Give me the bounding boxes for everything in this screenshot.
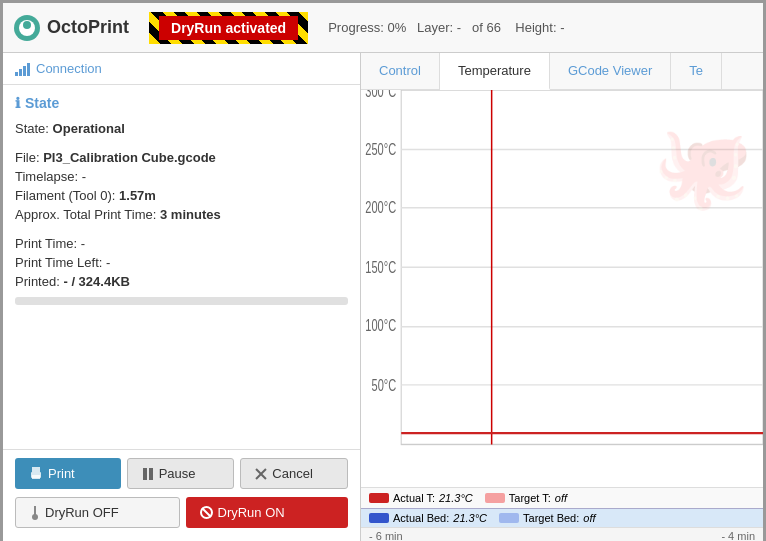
legend-bed-actual-value: 21.3°C [453,512,487,524]
print-button-label: Print [48,466,75,481]
printed-row: Printed: - / 324.4KB [15,274,348,289]
file-label: File: [15,150,40,165]
legend-bed-target-item: Target Bed: off [499,512,596,524]
legend-target-label: Target T: [509,492,551,504]
svg-rect-9 [32,475,40,479]
pause-button-label: Pause [159,466,196,481]
svg-point-15 [32,514,38,520]
svg-line-17 [202,508,211,517]
filament-row: Filament (Tool 0): 1.57m [15,188,348,203]
dryrun-on-button[interactable]: DryRun ON [186,497,349,528]
state-value-label: State: [15,121,49,136]
tab-gcode[interactable]: GCode Viewer [550,53,671,89]
signal-icon [15,62,31,76]
dryrun-on-label: DryRun ON [218,505,285,520]
print-time-value: - [81,236,85,251]
tab-temperature[interactable]: Temperature [440,53,550,90]
svg-rect-5 [23,66,26,76]
filament-label: Filament (Tool 0): [15,188,115,203]
temperature-chart: 300°C 250°C 200°C 150°C 100°C 50°C [361,90,763,487]
svg-text:150°C: 150°C [365,259,396,276]
pause-button[interactable]: Pause [127,458,235,489]
legend-actual-value: 21.3°C [439,492,473,504]
time-label-right: - 4 min [721,530,755,541]
time-label-left: - 6 min [369,530,403,541]
legend-actual-label: Actual T: [393,492,435,504]
svg-text:100°C: 100°C [365,317,396,334]
print-button[interactable]: Print [15,458,121,489]
chart-area: 🐙 300°C 250°C 200°C 150°C 100°C [361,90,763,487]
app-container: OctoPrint DryRun activated Progress: 0% … [0,0,766,541]
svg-rect-6 [27,63,30,76]
buttons-area: Print Pause Cancel [3,449,360,541]
svg-rect-4 [19,69,22,76]
filament-value: 1.57m [119,188,156,203]
progress-text: Progress: 0% [328,20,406,35]
tab-control-label: Control [379,63,421,78]
svg-rect-14 [34,506,36,515]
tab-te[interactable]: Te [671,53,722,89]
of-text: of 66 [472,20,501,35]
right-panel: Control Temperature GCode Viewer Te 🐙 [361,53,763,541]
connection-label: Connection [36,61,102,76]
time-axis: - 6 min - 4 min [361,527,763,541]
printed-value: - / 324.4KB [63,274,129,289]
separator2 [15,226,348,236]
state-section: ℹ State State: Operational File: PI3_Cal… [3,85,360,449]
dryrun-off-button[interactable]: DryRun OFF [15,497,180,528]
tab-control[interactable]: Control [361,53,440,89]
svg-text:250°C: 250°C [365,141,396,158]
connection-link[interactable]: Connection [15,61,348,76]
svg-rect-10 [143,468,147,480]
legend-target-item: Target T: off [485,492,567,504]
print-icon [29,467,43,481]
timelapse-row: Timelapse: - [15,169,348,184]
thermometer-icon [30,506,40,520]
layer-text: Layer: - [417,20,461,35]
dryrun-off-label: DryRun OFF [45,505,119,520]
file-value: PI3_Calibration Cube.gcode [43,150,216,165]
svg-rect-3 [15,72,18,76]
state-value: Operational [53,121,125,136]
timelapse-value: - [82,169,86,184]
state-title: State [25,95,59,111]
tab-gcode-label: GCode Viewer [568,63,652,78]
print-time-total-row: Approx. Total Print Time: 3 minutes [15,207,348,222]
octoprint-logo-icon [13,14,41,42]
svg-text:200°C: 200°C [365,200,396,217]
ban-icon [200,506,213,519]
state-header: ℹ State [15,95,348,111]
print-time-total-label: Approx. Total Print Time: [15,207,156,222]
legend-row: Actual T: 21.3°C Target T: off [361,487,763,508]
connection-section: Connection [3,53,360,85]
left-panel: Connection ℹ State State: Operational Fi… [3,53,361,541]
pause-icon [142,467,154,481]
info-icon: ℹ [15,95,20,111]
legend-bed-actual-label: Actual Bed: [393,512,449,524]
legend-bed-actual-item: Actual Bed: 21.3°C [369,512,487,524]
cancel-button[interactable]: Cancel [240,458,348,489]
cancel-icon [255,467,267,481]
timelapse-label: Timelapse: [15,169,78,184]
action-buttons-row: Print Pause Cancel [15,458,348,489]
tab-te-label: Te [689,63,703,78]
svg-rect-11 [149,468,153,480]
legend-target-swatch [485,493,505,503]
print-time-row: Print Time: - [15,236,348,251]
dryrun-banner-text: DryRun activated [159,16,298,40]
dryrun-banner: DryRun activated [149,12,308,44]
legend-actual-swatch [369,493,389,503]
height-text: Height: - [515,20,564,35]
svg-point-2 [23,21,31,29]
file-row: File: PI3_Calibration Cube.gcode [15,150,348,165]
legend-target-value: off [555,492,567,504]
legend-bed-target-swatch [499,513,519,523]
legend-bed-actual-swatch [369,513,389,523]
separator1 [15,140,348,150]
svg-rect-8 [32,467,40,472]
logo-text: OctoPrint [47,17,129,38]
print-time-total-value: 3 minutes [160,207,221,222]
printed-label: Printed: [15,274,60,289]
print-time-left-row: Print Time Left: - [15,255,348,270]
state-row: State: Operational [15,121,348,136]
